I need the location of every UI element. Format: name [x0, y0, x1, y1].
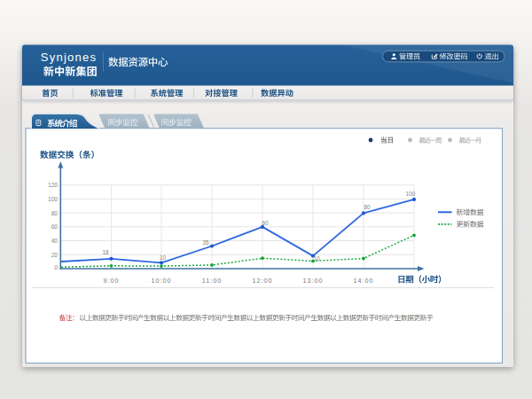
svg-text:60: 60 — [51, 223, 59, 230]
svg-text:100: 100 — [406, 191, 416, 197]
svg-text:80: 80 — [51, 210, 59, 216]
svg-text:20: 20 — [51, 252, 59, 258]
svg-text:13:00: 13:00 — [303, 277, 324, 285]
svg-text:9:00: 9:00 — [104, 277, 120, 285]
svg-text:10:00: 10:00 — [152, 277, 172, 285]
svg-text:120: 120 — [48, 182, 58, 188]
svg-text:Synjones: Synjones — [41, 51, 97, 64]
svg-text:10: 10 — [160, 254, 167, 261]
svg-text:80: 80 — [364, 204, 371, 210]
svg-text:100: 100 — [48, 196, 58, 202]
svg-text:14:00: 14:00 — [354, 277, 374, 285]
svg-text:35: 35 — [202, 239, 209, 246]
svg-text:40: 40 — [51, 238, 59, 244]
svg-text:0: 0 — [54, 264, 58, 270]
svg-text:18: 18 — [102, 249, 109, 255]
svg-text:11:00: 11:00 — [202, 277, 222, 285]
svg-text:10: 10 — [314, 255, 321, 262]
svg-text:12:00: 12:00 — [253, 277, 273, 285]
svg-text:60: 60 — [262, 220, 269, 226]
